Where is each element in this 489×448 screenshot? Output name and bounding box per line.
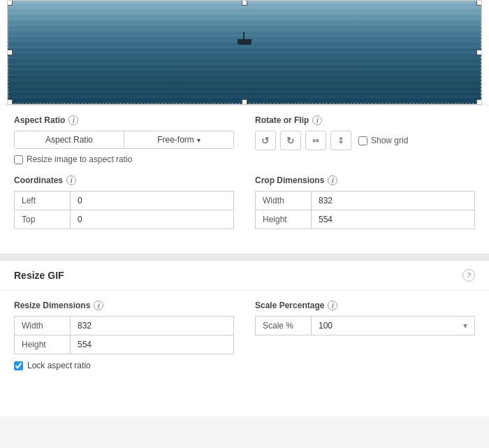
crop-handle-bl[interactable] xyxy=(7,99,13,105)
crop-handle-mr[interactable] xyxy=(476,50,482,55)
aspect-ratio-info-icon[interactable]: i xyxy=(68,115,78,125)
coordinates-group: Coordinates i Left 0 Top 0 xyxy=(14,175,234,229)
scale-percentage-group: Scale Percentage i Scale % 100 ▾ xyxy=(255,301,475,370)
crop-height-row: Height 554 xyxy=(255,210,475,229)
crop-dimensions-label: Crop Dimensions i xyxy=(255,175,475,185)
rotate-flip-buttons: ↺ ↻ ⇔ ⇕ Show grid xyxy=(255,131,475,150)
left-value[interactable]: 0 xyxy=(71,192,233,210)
crop-handle-tr[interactable] xyxy=(476,0,482,6)
resize-dimensions-info-icon[interactable]: i xyxy=(94,301,103,310)
top-field-row: Top 0 xyxy=(14,210,234,229)
crop-dimensions-info-icon[interactable]: i xyxy=(328,175,337,185)
resize-dimensions-text: Resize Dimensions xyxy=(14,301,90,310)
crop-dimensions-text: Crop Dimensions xyxy=(255,175,324,185)
scale-percentage-text: Scale Percentage xyxy=(255,301,324,310)
scale-percentage-label: Scale Percentage i xyxy=(255,301,475,310)
aspect-ratio-buttons: Aspect Ratio Free-form xyxy=(14,131,234,149)
resize-width-value[interactable]: 832 xyxy=(71,317,233,335)
top-value[interactable]: 0 xyxy=(71,210,233,229)
crop-handle-br[interactable] xyxy=(476,99,482,105)
bottom-spacer xyxy=(0,396,489,417)
scale-number: 100 xyxy=(319,321,333,331)
rotate-flip-text: Rotate or Flip xyxy=(255,115,309,125)
section-divider xyxy=(0,254,489,261)
resize-gif-help-icon[interactable]: ? xyxy=(462,269,475,282)
crop-image-container[interactable] xyxy=(7,0,482,105)
show-grid-label[interactable]: Show grid xyxy=(358,136,408,145)
controls-row-1: Aspect Ratio i Aspect Ratio Free-form Re… xyxy=(14,115,475,164)
rotate-right-btn[interactable]: ↻ xyxy=(280,131,301,150)
scale-dropdown-arrow[interactable]: ▾ xyxy=(463,321,467,331)
scale-label: Scale % xyxy=(256,317,312,335)
resize-height-row: Height 554 xyxy=(14,335,234,354)
aspect-ratio-label: Aspect Ratio i xyxy=(14,115,234,125)
resize-width-label: Width xyxy=(15,317,71,335)
crop-dimensions-group: Crop Dimensions i Width 832 Height 554 xyxy=(255,175,475,229)
crop-width-row: Width 832 xyxy=(255,191,475,210)
resize-height-value[interactable]: 554 xyxy=(71,335,233,354)
boat-silhouette xyxy=(238,39,251,45)
scale-value[interactable]: 100 ▾ xyxy=(312,317,474,335)
resize-image-label[interactable]: Resize image to aspect ratio xyxy=(27,154,132,164)
lock-aspect-ratio-label[interactable]: Lock aspect ratio xyxy=(27,361,91,370)
scale-percentage-info-icon[interactable]: i xyxy=(328,301,337,310)
coordinates-info-icon[interactable]: i xyxy=(66,175,76,185)
freeform-btn[interactable]: Free-form xyxy=(124,131,233,148)
left-label: Left xyxy=(15,192,71,210)
coordinates-label: Coordinates i xyxy=(14,175,234,185)
resize-gif-header: Resize GIF ? xyxy=(0,261,489,291)
crop-height-value[interactable]: 554 xyxy=(312,210,474,229)
crop-handle-bm[interactable] xyxy=(242,99,247,105)
ocean-image xyxy=(8,1,481,104)
aspect-ratio-text: Aspect Ratio xyxy=(14,115,65,125)
resize-checkbox-row: Resize image to aspect ratio xyxy=(14,154,234,164)
resize-image-checkbox[interactable] xyxy=(14,155,23,164)
crop-height-label: Height xyxy=(256,210,312,229)
left-field-row: Left 0 xyxy=(14,191,234,210)
show-grid-text: Show grid xyxy=(371,136,408,145)
controls-row-2: Coordinates i Left 0 Top 0 Crop Dimensio… xyxy=(14,175,475,229)
crop-handle-tm[interactable] xyxy=(242,0,247,6)
top-label: Top xyxy=(15,210,71,229)
aspect-ratio-btn[interactable]: Aspect Ratio xyxy=(15,131,124,148)
crop-width-value[interactable]: 832 xyxy=(312,192,474,210)
rotate-left-btn[interactable]: ↺ xyxy=(255,131,276,150)
resize-dimensions-group: Resize Dimensions i Width 832 Height 554… xyxy=(14,301,234,370)
rotate-flip-group: Rotate or Flip i ↺ ↻ ⇔ ⇕ Show grid xyxy=(255,115,475,164)
flip-vertical-btn[interactable]: ⇕ xyxy=(330,131,351,150)
resize-dimensions-label: Resize Dimensions i xyxy=(14,301,234,310)
coordinates-text: Coordinates xyxy=(14,175,63,185)
crop-handle-ml[interactable] xyxy=(7,50,13,55)
resize-gif-controls-row: Resize Dimensions i Width 832 Height 554… xyxy=(14,301,475,370)
crop-width-label: Width xyxy=(256,192,312,210)
scale-row: Scale % 100 ▾ xyxy=(255,316,475,335)
image-section xyxy=(0,0,489,105)
controls-section: Aspect Ratio i Aspect Ratio Free-form Re… xyxy=(0,105,489,254)
show-grid-checkbox[interactable] xyxy=(358,136,367,145)
resize-gif-section: Resize Dimensions i Width 832 Height 554… xyxy=(0,291,489,396)
lock-aspect-ratio-checkbox[interactable] xyxy=(14,361,23,370)
resize-width-row: Width 832 xyxy=(14,316,234,335)
flip-horizontal-btn[interactable]: ⇔ xyxy=(305,131,326,150)
rotate-flip-info-icon[interactable]: i xyxy=(312,115,322,125)
resize-gif-title: Resize GIF xyxy=(14,270,64,281)
aspect-ratio-group: Aspect Ratio i Aspect Ratio Free-form Re… xyxy=(14,115,234,164)
lock-aspect-ratio-row: Lock aspect ratio xyxy=(14,361,234,370)
rotate-flip-label: Rotate or Flip i xyxy=(255,115,475,125)
crop-handle-tl[interactable] xyxy=(7,0,13,6)
resize-height-label: Height xyxy=(15,335,71,354)
